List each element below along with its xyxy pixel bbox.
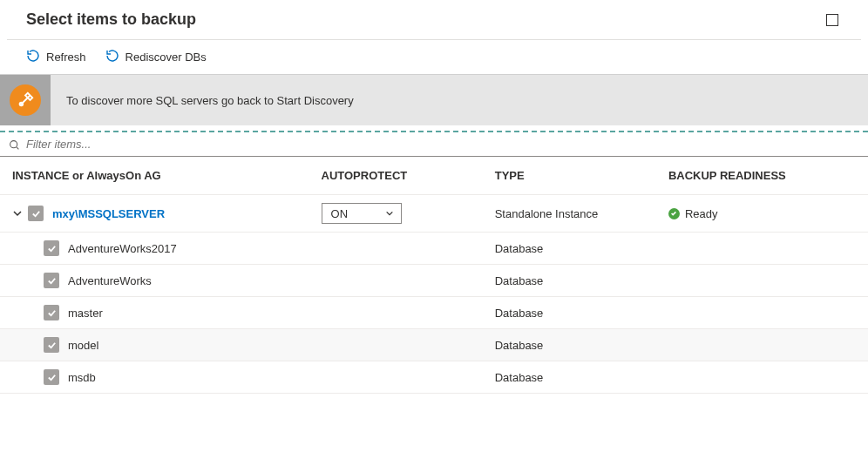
database-row: AdventureWorks2017 Database — [0, 233, 868, 265]
svg-point-1 — [10, 141, 17, 148]
database-type: Database — [495, 274, 544, 287]
database-name[interactable]: model — [68, 339, 98, 352]
database-name[interactable]: master — [68, 307, 103, 320]
database-row: AdventureWorks Database — [0, 265, 868, 297]
info-text: To discover more SQL servers go back to … — [51, 94, 354, 107]
page-title: Select items to backup — [26, 10, 196, 29]
database-name[interactable]: msdb — [68, 371, 96, 384]
col-autoprotect[interactable]: AUTOPROTECT — [322, 157, 495, 195]
check-circle-icon — [668, 208, 680, 219]
col-readiness[interactable]: BACKUP READINESS — [668, 157, 868, 195]
database-row: msdb Database — [0, 361, 868, 394]
database-row: master Database — [0, 297, 868, 329]
filter-wrapper — [0, 132, 868, 157]
refresh-button[interactable]: Refresh — [26, 49, 86, 65]
database-type: Database — [495, 307, 544, 320]
col-instance[interactable]: INSTANCE or AlwaysOn AG — [0, 157, 322, 195]
maximize-icon[interactable] — [826, 14, 838, 26]
instance-type: Standalone Instance — [495, 207, 599, 220]
filter-input[interactable] — [7, 138, 861, 151]
database-checkbox[interactable] — [44, 240, 59, 256]
readiness-cell: Ready — [668, 207, 859, 220]
autoprotect-value: ON — [331, 207, 349, 220]
refresh-label: Refresh — [46, 51, 86, 64]
rediscover-button[interactable]: Rediscover DBs — [105, 49, 207, 65]
instance-name[interactable]: mxy\MSSQLSERVER — [52, 207, 165, 220]
database-type: Database — [495, 371, 544, 384]
database-type: Database — [495, 242, 544, 255]
autoprotect-select[interactable]: ON — [322, 203, 402, 224]
database-checkbox[interactable] — [44, 305, 59, 320]
col-type[interactable]: TYPE — [495, 157, 668, 195]
database-name[interactable]: AdventureWorks2017 — [68, 242, 177, 255]
chevron-down-icon — [385, 207, 394, 220]
tools-icon — [0, 75, 51, 125]
database-checkbox[interactable] — [44, 369, 59, 385]
rediscover-icon — [105, 49, 119, 65]
instance-checkbox[interactable] — [28, 206, 44, 221]
refresh-icon — [26, 49, 40, 65]
info-banner: To discover more SQL servers go back to … — [0, 74, 868, 125]
chevron-down-icon[interactable] — [12, 208, 23, 219]
database-type: Database — [495, 339, 544, 352]
database-name[interactable]: AdventureWorks — [68, 274, 152, 287]
database-checkbox[interactable] — [44, 337, 59, 353]
instance-row: mxy\MSSQLSERVER ON Standalone Instance R… — [0, 195, 868, 233]
database-row: model Database — [0, 329, 868, 361]
readiness-text: Ready — [685, 207, 718, 220]
database-checkbox[interactable] — [44, 273, 59, 288]
rediscover-label: Rediscover DBs — [125, 51, 207, 64]
